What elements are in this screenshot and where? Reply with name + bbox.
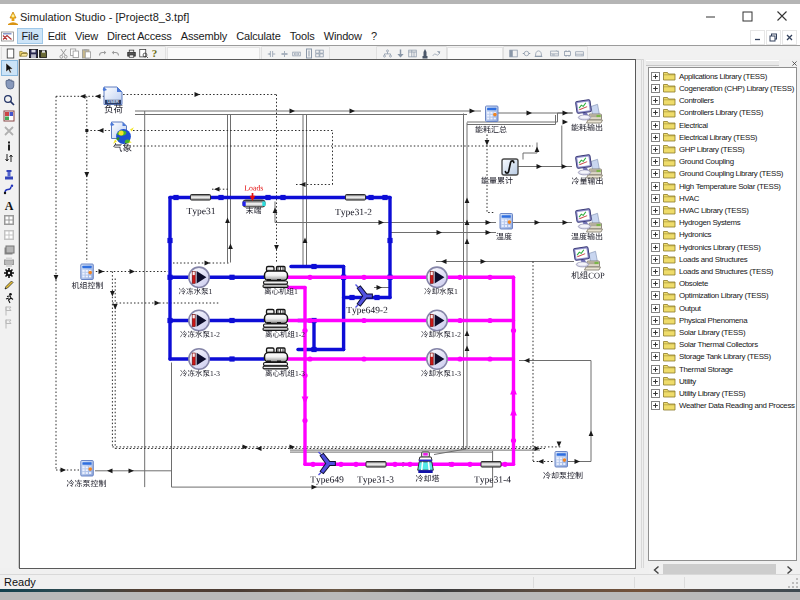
component-cooling-output[interactable] [575, 154, 602, 177]
tree-item[interactable]: HVAC [651, 192, 699, 204]
menu-window[interactable]: Window [320, 29, 365, 43]
tool-text-icon[interactable]: A [2, 198, 17, 212]
expand-icon[interactable] [651, 401, 660, 410]
tree-item[interactable]: Loads and Structures [651, 253, 747, 265]
tree-item[interactable]: Hydronics [651, 229, 711, 241]
expand-icon[interactable] [651, 304, 660, 313]
expand-icon[interactable] [651, 182, 660, 191]
component-cw-pump-1[interactable] [427, 267, 447, 287]
tree-item[interactable]: Applications Library (TESS) [651, 70, 767, 82]
tree-item[interactable]: Hydronics Library (TESS) [651, 241, 761, 253]
component-chiller-1[interactable] [263, 266, 288, 287]
component-unit-cop[interactable] [573, 246, 600, 269]
menu-file[interactable]: File [18, 29, 42, 43]
tool-delete-icon[interactable] [2, 124, 17, 138]
mdi-restore-button[interactable] [766, 30, 781, 45]
close-button[interactable] [767, 4, 797, 28]
expand-icon[interactable] [651, 255, 660, 264]
component-type31[interactable] [191, 194, 211, 200]
expand-icon[interactable] [651, 352, 660, 361]
expand-icon[interactable] [651, 169, 660, 178]
component-chiller-3[interactable] [263, 348, 288, 369]
component-chw-pump-2[interactable] [189, 310, 209, 330]
tree-item[interactable]: Controllers Library (TESS) [651, 107, 763, 119]
tree-item[interactable]: Optimization Library (TESS) [651, 290, 768, 302]
component-cw-pump-3[interactable] [427, 348, 447, 368]
tree-item[interactable]: Ground Coupling Library (TESS) [651, 168, 783, 180]
tree-item[interactable]: Controllers [651, 95, 714, 107]
expand-icon[interactable] [651, 194, 660, 203]
expand-icon[interactable] [651, 133, 660, 142]
component-energy-integr[interactable] [502, 159, 518, 175]
menu-assembly[interactable]: Assembly [177, 29, 230, 43]
menu-tools[interactable]: Tools [286, 29, 318, 43]
expand-icon[interactable] [651, 279, 660, 288]
component-load[interactable]: USER [103, 87, 122, 105]
expand-icon[interactable] [651, 365, 660, 374]
expand-icon[interactable] [651, 389, 660, 398]
tool-direct-access-icon[interactable] [2, 109, 17, 123]
tool-flag-a-icon[interactable] [2, 304, 17, 318]
maximize-button[interactable] [732, 4, 762, 28]
expand-icon[interactable] [651, 243, 660, 252]
tree-item[interactable]: Loads and Structures (TESS) [651, 265, 773, 277]
tree-item[interactable]: Solar Thermal Collectors [651, 339, 758, 351]
component-type31-3[interactable] [366, 461, 386, 467]
tree-item[interactable]: High Temperature Solar (TESS) [651, 180, 781, 192]
component-cw-pump-2[interactable] [427, 310, 447, 330]
component-cw-pump-control[interactable] [555, 451, 568, 467]
component-temperature[interactable] [500, 213, 513, 229]
minimize-button[interactable] [695, 4, 725, 28]
component-terminal[interactable] [243, 200, 266, 207]
tree-item[interactable]: Thermal Storage [651, 363, 733, 375]
expand-icon[interactable] [651, 328, 660, 337]
expand-icon[interactable] [651, 96, 660, 105]
tool-link-icon[interactable] [2, 182, 17, 196]
expand-icon[interactable] [651, 72, 660, 81]
expand-icon[interactable] [651, 218, 660, 227]
tree-item[interactable]: Utility [651, 375, 696, 387]
tool-flag-b-icon[interactable] [2, 317, 17, 331]
tool-select-icon[interactable] [2, 61, 17, 75]
menu-view[interactable]: View [71, 29, 101, 43]
tree-item[interactable]: Ground Coupling [651, 156, 734, 168]
component-type31-2[interactable] [346, 194, 366, 200]
component-cooling-tower[interactable] [418, 452, 434, 473]
expand-icon[interactable] [651, 316, 660, 325]
expand-icon[interactable] [651, 230, 660, 239]
tool-reorder-icon[interactable] [2, 151, 17, 165]
expand-icon[interactable] [651, 206, 660, 215]
component-chiller-2[interactable] [263, 309, 288, 330]
tree-item[interactable]: Weather Data Reading and Process [651, 400, 795, 412]
tree-item[interactable]: Electrical Library (TESS) [651, 131, 757, 143]
component-energy-summary[interactable] [486, 106, 499, 122]
tree-item[interactable]: Physical Phenomena [651, 314, 747, 326]
tool-pan-icon[interactable] [2, 77, 17, 91]
splitter[interactable] [641, 59, 642, 568]
expand-icon[interactable] [651, 145, 660, 154]
menu-direct-access[interactable]: Direct Access [104, 29, 176, 43]
tree-item[interactable]: Storage Tank Library (TESS) [651, 351, 771, 363]
component-chw-pump-3[interactable] [189, 348, 209, 368]
component-temp-output[interactable] [575, 208, 602, 231]
tool-pen-icon[interactable] [2, 278, 17, 292]
tree-item[interactable]: HVAC Library (TESS) [651, 204, 748, 216]
canvas[interactable]: USER [19, 59, 636, 569]
menu-calculate[interactable]: Calculate [233, 29, 285, 43]
component-chw-pump-1[interactable] [189, 267, 209, 287]
tree-item[interactable]: GHP Library (TESS) [651, 143, 744, 155]
palette-close-icon[interactable] [791, 60, 798, 67]
tool-grid-dark-icon[interactable] [2, 213, 17, 227]
tree-item[interactable]: Output [651, 302, 701, 314]
tool-stamp-icon[interactable] [2, 168, 17, 182]
menu-?[interactable]: ? [367, 29, 380, 43]
tool-zoom-icon[interactable] [2, 93, 17, 107]
component-unit-control[interactable] [81, 264, 94, 280]
expand-icon[interactable] [651, 108, 660, 117]
expand-icon[interactable] [651, 291, 660, 300]
tree-item[interactable]: Utility Library (TESS) [651, 387, 745, 399]
tree-item[interactable]: Obsolete [651, 278, 708, 290]
tree-item[interactable]: Hydrogen Systems [651, 217, 740, 229]
tree-item[interactable]: Electrical [651, 119, 708, 131]
menu-edit[interactable]: Edit [44, 29, 69, 43]
